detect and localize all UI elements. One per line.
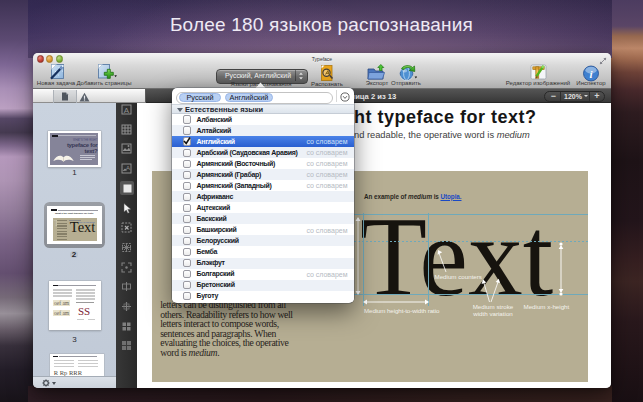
svg-text:A: A — [126, 165, 130, 171]
svg-text:A: A — [124, 106, 130, 115]
